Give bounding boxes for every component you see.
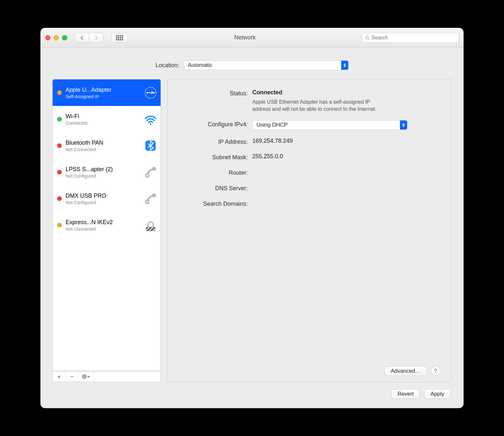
content-area: Location: Automatic Apple U...Adapter Se… <box>41 47 463 408</box>
svg-point-17 <box>154 193 155 194</box>
ip-address-value: 169.254.78.249 <box>252 138 440 144</box>
vpn-icon <box>144 218 157 232</box>
body: Apple U...Adapter Self-Assigned IP Wi-Fi… <box>52 79 452 382</box>
search-input[interactable] <box>372 35 456 41</box>
window-controls <box>45 35 67 40</box>
service-name: DMX USB PRO <box>66 192 140 199</box>
services-list[interactable]: Apple U...Adapter Self-Assigned IP Wi-Fi… <box>52 79 161 371</box>
status-dot <box>57 117 62 121</box>
svg-point-14 <box>152 193 156 197</box>
location-label: Location: <box>155 62 179 69</box>
service-status: Not Connected <box>66 147 140 152</box>
service-status: Not Connected <box>66 226 140 232</box>
close-window-button[interactable] <box>45 35 50 40</box>
svg-point-8 <box>152 167 156 171</box>
location-popup[interactable]: Automatic <box>184 60 349 70</box>
ip-address-label: IP Address: <box>177 138 248 145</box>
help-button[interactable]: ? <box>431 366 440 376</box>
svg-point-10 <box>146 174 148 176</box>
service-status: Connected <box>66 120 140 126</box>
search-domains-label: Search Domains: <box>177 200 248 207</box>
window-title: Network <box>132 34 357 41</box>
svg-point-16 <box>146 201 148 203</box>
nav-back-forward <box>75 33 103 43</box>
configure-ipv4-popup[interactable]: Using DHCP <box>252 120 407 130</box>
serial-icon <box>144 165 157 179</box>
detail-fields: Status: Connected Apple USB Ethernet Ada… <box>177 89 440 207</box>
svg-point-24 <box>84 376 85 377</box>
zoom-window-button[interactable] <box>62 35 67 40</box>
service-text: Bluetooth PAN Not Connected <box>66 140 140 152</box>
service-name: Wi-Fi <box>66 113 140 120</box>
service-row-5[interactable]: Express...N IKEv2 Not Connected <box>53 212 161 238</box>
forward-button[interactable] <box>89 33 103 43</box>
search-field[interactable] <box>362 33 459 43</box>
svg-line-29 <box>83 375 83 376</box>
network-preferences-window: Network Location: Automatic Apple U...Ad… <box>40 28 464 408</box>
status-description: Apple USB Ethernet Adapter has a self-as… <box>252 99 388 112</box>
service-text: Express...N IKEv2 Not Connected <box>66 219 140 232</box>
service-row-2[interactable]: Bluetooth PAN Not Connected <box>53 132 161 159</box>
gear-icon <box>82 374 90 379</box>
service-name: Apple U...Adapter <box>66 87 140 93</box>
services-list-buttons: ＋ − <box>52 371 161 382</box>
subnet-mask-label: Subnet Mask: <box>177 153 248 161</box>
svg-rect-21 <box>146 227 155 231</box>
service-status: Not Configured <box>66 173 140 179</box>
service-row-0[interactable]: Apple U...Adapter Self-Assigned IP <box>53 79 161 106</box>
service-row-4[interactable]: DMX USB PRO Not Configured <box>53 185 161 212</box>
svg-point-6 <box>150 123 152 125</box>
show-all-button[interactable] <box>111 33 128 43</box>
configure-ipv4-label: Configure IPv4: <box>177 120 248 128</box>
service-detail: Status: Connected Apple USB Ethernet Ada… <box>167 79 452 382</box>
service-text: LPSS S...apter (2) Not Configured <box>66 166 140 179</box>
configure-ipv4-value: Using DHCP <box>257 122 288 128</box>
svg-point-0 <box>365 36 368 39</box>
svg-line-31 <box>83 378 83 379</box>
status-dot <box>57 170 62 174</box>
svg-point-18 <box>155 194 156 195</box>
svg-point-19 <box>156 196 157 197</box>
service-status: Not Configured <box>66 200 140 205</box>
chevron-updown-icon <box>341 61 348 70</box>
apply-button[interactable]: Apply <box>424 389 450 399</box>
location-value: Automatic <box>188 62 213 68</box>
service-name: Express...N IKEv2 <box>66 219 140 226</box>
service-name: LPSS S...apter (2) <box>66 166 140 173</box>
add-service-button[interactable]: ＋ <box>53 371 66 382</box>
grid-icon <box>116 35 123 40</box>
footer-buttons: Revert Apply <box>52 382 452 399</box>
status-dot <box>57 223 62 227</box>
service-actions-menu[interactable] <box>79 371 93 382</box>
advanced-row: Advanced… ? <box>177 364 440 376</box>
service-status: Self-Assigned IP <box>66 94 140 99</box>
svg-point-11 <box>154 167 155 168</box>
service-text: Wi-Fi Connected <box>66 113 140 126</box>
svg-line-30 <box>85 378 86 379</box>
back-button[interactable] <box>75 33 89 43</box>
remove-service-button[interactable]: − <box>66 371 79 382</box>
service-name: Bluetooth PAN <box>66 140 140 146</box>
svg-line-32 <box>85 375 86 376</box>
service-text: Apple U...Adapter Self-Assigned IP <box>66 87 140 99</box>
svg-line-1 <box>368 38 369 40</box>
chevron-updown-icon <box>400 120 407 130</box>
search-icon <box>365 35 370 40</box>
advanced-button[interactable]: Advanced… <box>384 366 427 376</box>
subnet-mask-value: 255.255.0.0 <box>252 153 440 160</box>
router-label: Router: <box>177 169 248 176</box>
service-text: DMX USB PRO Not Configured <box>66 192 140 205</box>
service-row-1[interactable]: Wi-Fi Connected <box>53 106 161 132</box>
ethernet-icon <box>144 86 157 99</box>
status-value: Connected <box>252 89 440 96</box>
svg-point-13 <box>156 169 157 170</box>
minimize-window-button[interactable] <box>54 35 59 40</box>
service-row-3[interactable]: LPSS S...apter (2) Not Configured <box>53 159 161 185</box>
status-dot <box>57 143 62 148</box>
revert-button[interactable]: Revert <box>391 389 420 399</box>
spacer <box>93 371 161 382</box>
svg-point-12 <box>155 168 156 169</box>
bluetooth-icon <box>144 139 157 152</box>
status-label: Status: <box>177 89 248 97</box>
status-dot <box>57 90 62 95</box>
